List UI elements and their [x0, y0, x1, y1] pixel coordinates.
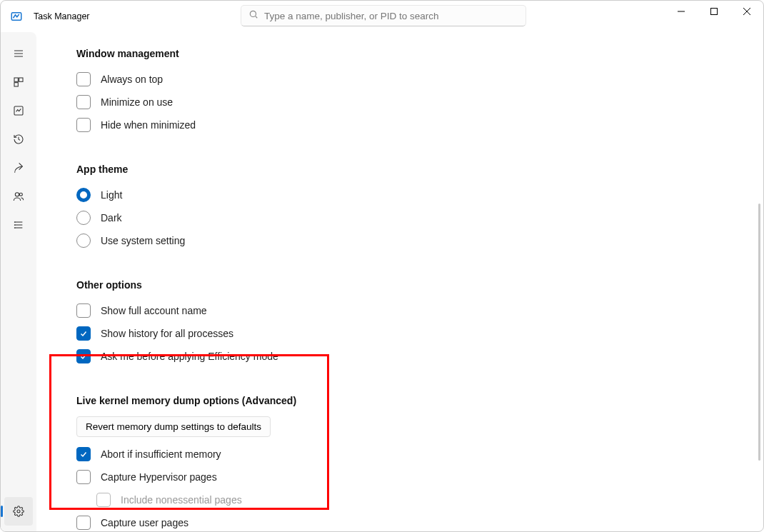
details-nav[interactable] — [4, 211, 33, 239]
svg-point-1 — [250, 11, 256, 16]
minimize-button[interactable] — [665, 1, 698, 22]
checkbox-show-history-all-processes[interactable]: Show history for all processes — [76, 322, 763, 345]
svg-rect-11 — [19, 78, 23, 81]
checkbox-icon — [96, 493, 111, 507]
option-label: Dark — [101, 212, 122, 224]
option-label: Abort if insufficient memory — [101, 448, 221, 460]
svg-rect-10 — [14, 78, 18, 81]
app-history-nav[interactable] — [4, 125, 33, 154]
checkbox-icon — [76, 516, 91, 530]
option-label: Show full account name — [101, 305, 207, 316]
checkbox-show-full-account-name[interactable]: Show full account name — [76, 299, 763, 322]
checkbox-capture-hypervisor-pages[interactable]: Capture Hypervisor pages — [76, 466, 763, 488]
svg-point-14 — [15, 193, 19, 196]
processes-nav[interactable] — [4, 68, 33, 96]
option-label: Light — [101, 189, 122, 201]
svg-point-20 — [14, 225, 15, 226]
svg-point-22 — [17, 510, 20, 513]
window-controls — [665, 1, 763, 22]
checkbox-abort-insufficient-memory[interactable]: Abort if insufficient memory — [76, 443, 763, 466]
app-title: Task Manager — [34, 11, 90, 21]
checkbox-icon — [76, 72, 91, 86]
checkbox-icon — [76, 349, 91, 363]
checkbox-include-nonessential-pages: Include nonessential pages — [96, 488, 763, 511]
option-label: Include nonessential pages — [121, 494, 242, 506]
radio-system-setting[interactable]: Use system setting — [76, 229, 763, 252]
checkbox-icon — [76, 447, 91, 461]
option-label: Minimize on use — [101, 96, 173, 108]
section-title-app-theme: App theme — [76, 164, 763, 175]
checkbox-icon — [76, 470, 91, 484]
radio-icon — [76, 234, 91, 248]
checkbox-capture-user-pages[interactable]: Capture user pages — [76, 511, 763, 531]
option-label: Capture Hypervisor pages — [101, 471, 217, 483]
radio-dark[interactable]: Dark — [76, 206, 763, 229]
svg-rect-12 — [14, 83, 18, 86]
option-label: Use system setting — [101, 235, 185, 246]
search-input[interactable] — [264, 11, 518, 21]
svg-rect-4 — [711, 9, 718, 15]
option-label: Show history for all processes — [101, 328, 233, 339]
settings-nav[interactable] — [4, 497, 33, 526]
option-label: Ask me before applying Efficiency mode — [101, 351, 278, 362]
checkbox-icon — [76, 326, 91, 341]
option-label: Always on top — [101, 74, 163, 85]
maximize-button[interactable] — [698, 1, 730, 22]
hamburger-menu-button[interactable] — [4, 39, 33, 68]
svg-line-2 — [256, 16, 258, 19]
section-title-other-options: Other options — [76, 279, 763, 291]
checkbox-minimize-on-use[interactable]: Minimize on use — [76, 91, 763, 114]
checkbox-ask-efficiency-mode[interactable]: Ask me before applying Efficiency mode — [76, 345, 763, 368]
sidebar — [1, 32, 36, 531]
settings-panel: Window management Always on top Minimize… — [36, 32, 763, 531]
radio-icon — [76, 188, 91, 202]
search-icon — [248, 9, 258, 22]
app-icon — [9, 9, 24, 24]
checkbox-icon — [76, 118, 91, 132]
search-box[interactable] — [241, 5, 526, 26]
radio-light[interactable]: Light — [76, 184, 763, 206]
revert-defaults-button[interactable]: Revert memory dump settings to defaults — [76, 416, 271, 437]
checkbox-always-on-top[interactable]: Always on top — [76, 68, 763, 91]
close-button[interactable] — [730, 1, 763, 22]
svg-point-19 — [14, 222, 15, 223]
section-title-dump-options: Live kernel memory dump options (Advance… — [76, 395, 763, 406]
option-label: Hide when minimized — [101, 119, 196, 131]
svg-point-15 — [19, 193, 22, 196]
checkbox-hide-when-minimized[interactable]: Hide when minimized — [76, 114, 763, 136]
option-label: Capture user pages — [101, 517, 189, 528]
section-title-window-management: Window management — [76, 48, 763, 59]
checkbox-icon — [76, 303, 91, 318]
checkbox-icon — [76, 95, 91, 109]
startup-apps-nav[interactable] — [4, 154, 33, 182]
scrollbar-thumb[interactable] — [758, 204, 760, 461]
svg-point-21 — [14, 228, 15, 229]
users-nav[interactable] — [4, 182, 33, 211]
radio-icon — [76, 211, 91, 225]
performance-nav[interactable] — [4, 96, 33, 125]
